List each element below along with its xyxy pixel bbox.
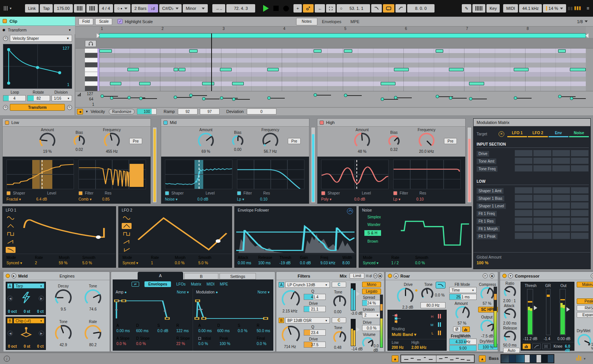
velocity-shaper-graph[interactable]: 127 1 xyxy=(3,44,72,89)
unison-dropdown[interactable]: 2▼ xyxy=(362,312,381,318)
matrix-cell[interactable] xyxy=(533,217,551,224)
engine-b-tab[interactable]: B xyxy=(7,318,13,323)
loop-end-marker[interactable] xyxy=(585,33,588,38)
meld-tab-settings[interactable]: Settings xyxy=(220,273,256,279)
high-shaper-type-dropdown[interactable]: Poly ▾ xyxy=(321,197,331,201)
meld-tone-b-knob[interactable] xyxy=(55,325,72,342)
legato-button[interactable]: Legato xyxy=(362,289,381,294)
compress-value[interactable]: 57 % xyxy=(483,301,491,306)
crossover-high-value[interactable]: 2.00 kHz xyxy=(411,345,427,350)
peak-button[interactable]: Peak xyxy=(577,298,593,304)
compressor-drywet-value[interactable]: 100 % xyxy=(591,342,593,351)
routing-mode-dropdown[interactable]: Multi Band ▾ xyxy=(392,332,416,337)
midi-note[interactable] xyxy=(514,68,528,71)
punch-out-button[interactable] xyxy=(395,4,406,13)
matrix-cell[interactable] xyxy=(552,202,570,209)
re-enable-automation-button[interactable]: ← xyxy=(315,4,325,13)
mid-amount-knob[interactable] xyxy=(198,133,214,149)
roar-tone-filter-icon[interactable] xyxy=(436,282,446,289)
midi-note[interactable] xyxy=(202,82,214,85)
midi-note[interactable] xyxy=(381,82,396,85)
lfo1-wave-icons[interactable] xyxy=(6,215,16,255)
band-mid-checkbox[interactable] xyxy=(163,121,168,125)
accidental-toggle[interactable]: ♭♯ xyxy=(148,4,158,13)
ramp-to-field[interactable]: 97 xyxy=(200,108,220,115)
amp-release[interactable]: 122 ms xyxy=(176,329,189,333)
engine-a-dropdown[interactable]: Tarp▼ xyxy=(14,283,44,289)
matrix-cell[interactable] xyxy=(533,187,551,194)
output-meter-icon[interactable]: ▼ xyxy=(576,355,586,361)
midi-note[interactable] xyxy=(174,68,178,71)
loop-field[interactable]: 4 xyxy=(3,95,26,101)
velocity-marker[interactable] xyxy=(100,94,104,98)
collapsed-view-button[interactable] xyxy=(522,344,531,349)
mod-initial[interactable]: 0.0 % xyxy=(198,342,208,346)
follow-button[interactable]: →‥ xyxy=(212,4,225,13)
loop-transform-icon[interactable]: ⟲ xyxy=(3,105,8,110)
midi-note[interactable] xyxy=(469,82,484,85)
overdub-button[interactable]: + xyxy=(293,4,302,13)
filter-b-freq-value[interactable]: 714 Hz xyxy=(284,345,296,349)
noise-rate[interactable]: 1 / 2 xyxy=(391,261,398,265)
roar-tone-freq-field[interactable]: 80.0 Hz xyxy=(420,302,446,308)
matrix-cell[interactable] xyxy=(571,217,589,224)
attack-knob[interactable] xyxy=(504,308,516,320)
filter-b-q-field[interactable]: 23.4 xyxy=(304,329,326,336)
transform-section-header[interactable]: ✱ Transform ▼ xyxy=(0,26,75,34)
engine-b-next-icon[interactable]: ▶ xyxy=(39,331,44,336)
subtab-envelopes[interactable]: Envelopes xyxy=(144,281,171,287)
mid-shaper-display[interactable] xyxy=(165,160,232,189)
high-filter-type-dropdown[interactable]: Lp ▾ xyxy=(393,197,400,201)
meld-rate-knob[interactable] xyxy=(85,325,101,342)
roar-fold-icon[interactable]: ▲ xyxy=(394,273,398,278)
tempo-field[interactable]: 175.00 xyxy=(54,4,73,13)
mid-shaper-checkbox[interactable] xyxy=(165,191,169,195)
mod-route-dropdown[interactable]: None ▾ xyxy=(257,290,270,294)
mod-sustain[interactable]: 0.0 % xyxy=(238,329,248,333)
amp-a-slope[interactable]: 0.0 % xyxy=(116,342,126,346)
filter-a-drive-field[interactable]: 21.1 xyxy=(304,306,326,312)
low-level-value[interactable]: 6.4 dB xyxy=(36,197,47,201)
midi-note[interactable] xyxy=(139,82,151,85)
meld-title-bar[interactable]: ▶ Meld Engines xyxy=(3,272,110,280)
lfo2-display[interactable] xyxy=(135,213,229,253)
velocity-marker[interactable] xyxy=(174,96,177,99)
low-bias-knob[interactable] xyxy=(74,135,85,147)
save-preset-icon[interactable]: ▣ xyxy=(489,273,494,278)
midi-note[interactable] xyxy=(232,82,244,85)
mix-b-crossover-button[interactable]: C xyxy=(332,317,346,323)
global-amount-value[interactable]: 100 % xyxy=(477,260,488,265)
velocity-marker[interactable] xyxy=(570,97,573,100)
low-shaper-type-dropdown[interactable]: Fractal ▾ xyxy=(6,197,21,201)
high-shaper-checkbox[interactable] xyxy=(321,191,325,195)
matrix-cell[interactable] xyxy=(515,202,533,209)
amp-decay[interactable]: 600 ms xyxy=(136,329,149,333)
release-knob[interactable] xyxy=(504,331,516,343)
velocity-marker[interactable] xyxy=(220,96,223,100)
low-amount-knob[interactable] xyxy=(39,133,55,149)
matrix-cell[interactable] xyxy=(571,232,589,239)
out-gain-handle[interactable] xyxy=(566,307,570,312)
piano-keys[interactable] xyxy=(85,49,97,91)
matrix-cell[interactable] xyxy=(571,157,589,164)
mid-filter-type-dropdown[interactable]: Lp ▾ xyxy=(237,197,244,201)
filter-b-drive-field[interactable]: 37.5 xyxy=(304,342,326,348)
matrix-cell[interactable] xyxy=(552,165,570,172)
matrix-cell[interactable] xyxy=(552,217,570,224)
lane-collapse-button[interactable]: ◄ xyxy=(77,109,83,115)
device-overview-toggle[interactable]: ▲ xyxy=(479,355,486,362)
velocity-marker[interactable] xyxy=(558,95,562,98)
time-signature-field[interactable]: 4 / 4 xyxy=(99,4,113,13)
automation-arm-button[interactable] xyxy=(303,4,314,13)
limit-button[interactable]: Limit xyxy=(350,273,364,279)
clip-overview-toggle[interactable]: ▲ xyxy=(392,355,398,362)
mix-b-tone-value[interactable]: 0.48 xyxy=(334,345,341,350)
velocity-marker[interactable] xyxy=(344,94,347,97)
mid-res-value[interactable]: 0.10 xyxy=(260,197,267,201)
midi-note[interactable] xyxy=(449,68,463,71)
midi-note[interactable] xyxy=(394,68,408,71)
meld-decay-knob[interactable] xyxy=(55,289,72,306)
amp-route-dropdown[interactable]: None ▾ xyxy=(177,290,189,294)
grid-value-menu[interactable]: 1/8 xyxy=(577,19,588,24)
mid-level-value[interactable]: 0.0 dB xyxy=(197,197,208,201)
